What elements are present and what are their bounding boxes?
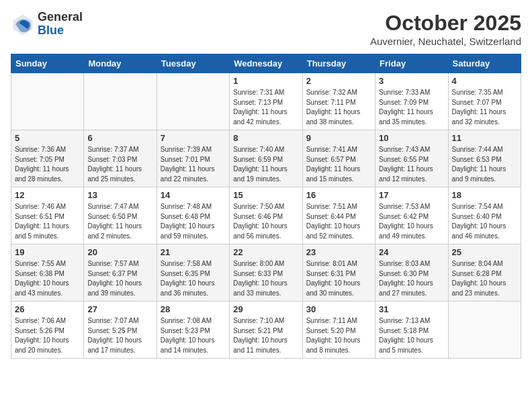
day-info: Sunrise: 7:33 AM Sunset: 7:09 PM Dayligh… [379,88,444,127]
day-number: 17 [379,190,444,200]
day-number: 18 [452,190,517,200]
calendar-cell [84,73,157,130]
day-info: Sunrise: 7:46 AM Sunset: 6:51 PM Dayligh… [15,202,80,241]
weekday-header-sunday: Sunday [11,54,84,73]
calendar-cell: 28Sunrise: 7:08 AM Sunset: 5:23 PM Dayli… [157,302,229,359]
weekday-header-tuesday: Tuesday [157,54,229,73]
calendar-cell: 18Sunrise: 7:54 AM Sunset: 6:40 PM Dayli… [448,187,521,244]
week-row-2: 5Sunrise: 7:36 AM Sunset: 7:05 PM Daylig… [11,130,521,187]
calendar-cell: 22Sunrise: 8:00 AM Sunset: 6:33 PM Dayli… [230,244,302,302]
day-number: 10 [379,133,444,143]
day-number: 27 [87,304,152,314]
logo-icon [11,12,35,36]
day-number: 1 [233,76,298,86]
day-info: Sunrise: 7:32 AM Sunset: 7:11 PM Dayligh… [306,88,371,127]
day-info: Sunrise: 8:04 AM Sunset: 6:28 PM Dayligh… [452,259,517,298]
weekday-header-saturday: Saturday [448,54,521,73]
day-info: Sunrise: 7:57 AM Sunset: 6:37 PM Dayligh… [87,259,152,298]
calendar-cell [11,73,84,130]
day-number: 9 [306,133,371,143]
day-info: Sunrise: 7:48 AM Sunset: 6:48 PM Dayligh… [161,202,226,241]
calendar-cell: 11Sunrise: 7:44 AM Sunset: 6:53 PM Dayli… [448,130,521,187]
day-info: Sunrise: 7:35 AM Sunset: 7:07 PM Dayligh… [452,88,517,127]
calendar-cell: 12Sunrise: 7:46 AM Sunset: 6:51 PM Dayli… [11,187,84,244]
day-number: 14 [161,190,226,200]
calendar-cell: 17Sunrise: 7:53 AM Sunset: 6:42 PM Dayli… [375,187,448,244]
day-info: Sunrise: 7:47 AM Sunset: 6:50 PM Dayligh… [87,202,152,241]
day-info: Sunrise: 7:58 AM Sunset: 6:35 PM Dayligh… [161,259,226,298]
day-info: Sunrise: 7:08 AM Sunset: 5:23 PM Dayligh… [161,316,226,355]
day-number: 6 [87,133,152,143]
calendar-cell: 1Sunrise: 7:31 AM Sunset: 7:13 PM Daylig… [230,73,302,130]
logo-text: General Blue [38,11,83,38]
day-number: 26 [15,304,80,314]
day-info: Sunrise: 7:31 AM Sunset: 7:13 PM Dayligh… [233,88,298,127]
location: Auvernier, Neuchatel, Switzerland [370,36,521,47]
calendar-cell: 15Sunrise: 7:50 AM Sunset: 6:46 PM Dayli… [230,187,302,244]
day-number: 22 [233,247,298,257]
calendar-cell [157,73,229,130]
weekday-header-row: SundayMondayTuesdayWednesdayThursdayFrid… [11,54,521,73]
day-info: Sunrise: 7:54 AM Sunset: 6:40 PM Dayligh… [452,202,517,241]
day-info: Sunrise: 7:07 AM Sunset: 5:25 PM Dayligh… [87,316,152,355]
day-info: Sunrise: 8:01 AM Sunset: 6:31 PM Dayligh… [306,259,371,298]
calendar-cell: 9Sunrise: 7:41 AM Sunset: 6:57 PM Daylig… [302,130,375,187]
day-number: 5 [15,133,80,143]
day-info: Sunrise: 7:36 AM Sunset: 7:05 PM Dayligh… [15,145,80,184]
weekday-header-friday: Friday [375,54,448,73]
day-info: Sunrise: 7:51 AM Sunset: 6:44 PM Dayligh… [306,202,371,241]
day-number: 25 [452,247,517,257]
day-info: Sunrise: 8:00 AM Sunset: 6:33 PM Dayligh… [233,259,298,298]
calendar-cell: 21Sunrise: 7:58 AM Sunset: 6:35 PM Dayli… [157,244,229,302]
day-number: 11 [452,133,517,143]
calendar-cell: 16Sunrise: 7:51 AM Sunset: 6:44 PM Dayli… [302,187,375,244]
day-info: Sunrise: 7:41 AM Sunset: 6:57 PM Dayligh… [306,145,371,184]
calendar-cell: 10Sunrise: 7:43 AM Sunset: 6:55 PM Dayli… [375,130,448,187]
day-number: 24 [379,247,444,257]
weekday-header-monday: Monday [84,54,157,73]
day-info: Sunrise: 7:06 AM Sunset: 5:26 PM Dayligh… [15,316,80,355]
calendar-cell: 4Sunrise: 7:35 AM Sunset: 7:07 PM Daylig… [448,73,521,130]
logo-general-text: General [38,11,83,24]
day-info: Sunrise: 7:55 AM Sunset: 6:38 PM Dayligh… [15,259,80,298]
day-number: 16 [306,190,371,200]
calendar-cell: 23Sunrise: 8:01 AM Sunset: 6:31 PM Dayli… [302,244,375,302]
calendar-cell: 6Sunrise: 7:37 AM Sunset: 7:03 PM Daylig… [84,130,157,187]
day-info: Sunrise: 7:13 AM Sunset: 5:18 PM Dayligh… [379,316,444,355]
day-info: Sunrise: 7:10 AM Sunset: 5:21 PM Dayligh… [233,316,298,355]
calendar-cell: 29Sunrise: 7:10 AM Sunset: 5:21 PM Dayli… [230,302,302,359]
title-block: October 2025 Auvernier, Neuchatel, Switz… [370,11,521,47]
day-number: 29 [233,304,298,314]
day-number: 7 [161,133,226,143]
day-info: Sunrise: 7:40 AM Sunset: 6:59 PM Dayligh… [233,145,298,184]
day-info: Sunrise: 8:03 AM Sunset: 6:30 PM Dayligh… [379,259,444,298]
day-info: Sunrise: 7:50 AM Sunset: 6:46 PM Dayligh… [233,202,298,241]
day-info: Sunrise: 7:39 AM Sunset: 7:01 PM Dayligh… [161,145,226,184]
day-number: 31 [379,304,444,314]
calendar-cell: 14Sunrise: 7:48 AM Sunset: 6:48 PM Dayli… [157,187,229,244]
day-number: 8 [233,133,298,143]
page-header: General Blue October 2025 Auvernier, Neu… [11,11,521,47]
calendar-table: SundayMondayTuesdayWednesdayThursdayFrid… [11,54,521,359]
calendar-cell: 24Sunrise: 8:03 AM Sunset: 6:30 PM Dayli… [375,244,448,302]
logo: General Blue [11,11,83,38]
day-info: Sunrise: 7:11 AM Sunset: 5:20 PM Dayligh… [306,316,371,355]
calendar-cell: 26Sunrise: 7:06 AM Sunset: 5:26 PM Dayli… [11,302,84,359]
calendar-cell: 27Sunrise: 7:07 AM Sunset: 5:25 PM Dayli… [84,302,157,359]
month-title: October 2025 [370,11,521,36]
day-number: 23 [306,247,371,257]
day-number: 15 [233,190,298,200]
week-row-1: 1Sunrise: 7:31 AM Sunset: 7:13 PM Daylig… [11,73,521,130]
day-number: 21 [161,247,226,257]
week-row-4: 19Sunrise: 7:55 AM Sunset: 6:38 PM Dayli… [11,244,521,302]
calendar-cell: 30Sunrise: 7:11 AM Sunset: 5:20 PM Dayli… [302,302,375,359]
day-number: 12 [15,190,80,200]
logo-blue-text: Blue [38,24,83,38]
calendar-cell: 7Sunrise: 7:39 AM Sunset: 7:01 PM Daylig… [157,130,229,187]
day-info: Sunrise: 7:37 AM Sunset: 7:03 PM Dayligh… [87,145,152,184]
weekday-header-wednesday: Wednesday [230,54,302,73]
day-number: 19 [15,247,80,257]
day-info: Sunrise: 7:53 AM Sunset: 6:42 PM Dayligh… [379,202,444,241]
calendar-cell: 19Sunrise: 7:55 AM Sunset: 6:38 PM Dayli… [11,244,84,302]
day-number: 30 [306,304,371,314]
